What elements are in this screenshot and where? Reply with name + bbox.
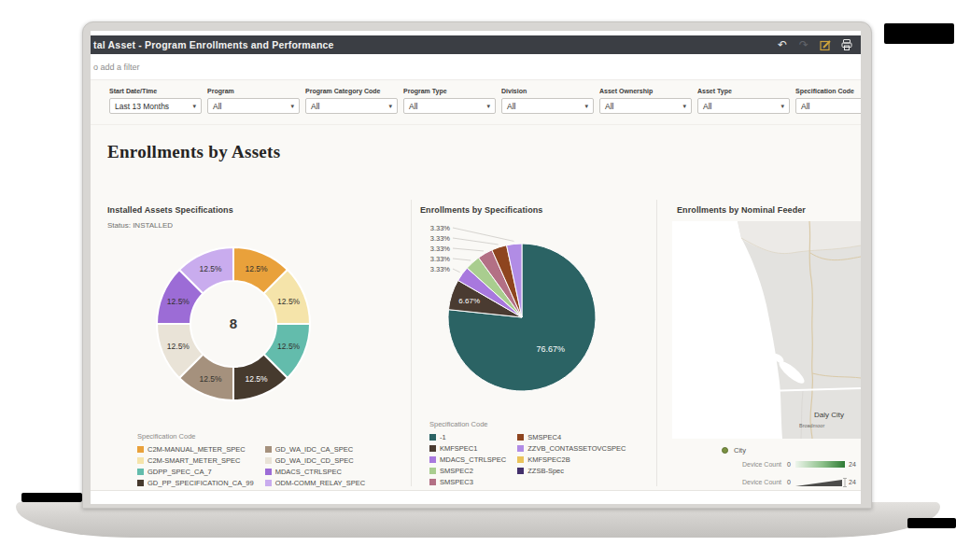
- value-label: 8: [230, 315, 237, 331]
- dashboard-content: Start Date/TimeLast 13 Months▾ProgramAll…: [91, 80, 861, 490]
- scale-min: 0: [787, 461, 791, 468]
- legend-item[interactable]: KMFSPEC1: [429, 442, 506, 454]
- filter-1: ProgramAll▾: [207, 88, 300, 114]
- legend-item[interactable]: C2M-MANUAL_METER_SPEC: [137, 443, 254, 455]
- decoration-block: [21, 493, 82, 502]
- legend-item[interactable]: -1: [429, 431, 506, 442]
- filter-select[interactable]: Last 13 Months▾: [109, 98, 202, 114]
- value-label: 12.5%: [199, 374, 222, 384]
- add-filter-bar[interactable]: o add a filter: [91, 54, 861, 80]
- legend-item[interactable]: ODM-COMM_RELAY_SPEC: [265, 477, 366, 488]
- legend-label: KMFSPEC1: [440, 444, 477, 453]
- laptop-mockup: tal Asset - Program Enrollments and Perf…: [0, 0, 956, 560]
- filter-value: All: [409, 102, 417, 111]
- device-count-label: Device Count: [742, 479, 781, 485]
- legend-swatch: [137, 457, 144, 464]
- legend-label: ZZSB-Spec: [527, 467, 564, 475]
- filter-label: Asset Type: [697, 88, 790, 94]
- scale-max: 24: [849, 479, 856, 485]
- legend-item[interactable]: ZZSB-Spec: [517, 465, 626, 476]
- filter-select[interactable]: All▾: [403, 98, 496, 114]
- legend-label: C2M-SMART_METER_SPEC: [148, 456, 240, 465]
- city-label: City: [734, 446, 746, 455]
- filter-4: DivisionAll▾: [501, 88, 594, 114]
- chart-subtitle-status: Status: INSTALLED: [107, 221, 173, 230]
- legend-swatch: [517, 468, 524, 474]
- filter-label: Program Type: [403, 88, 496, 94]
- legend-swatch: [137, 480, 144, 486]
- legend-item[interactable]: GD_WA_IDC_CA_SPEC: [265, 443, 366, 455]
- undo-icon[interactable]: ↶: [776, 38, 789, 51]
- window-title: tal Asset - Program Enrollments and Perf…: [91, 39, 334, 50]
- chevron-down-icon: ▾: [682, 103, 686, 110]
- legend-item[interactable]: GDPP_SPEC_CA_7: [137, 466, 254, 477]
- value-label: 3.33%: [430, 224, 451, 232]
- legend-item[interactable]: ZZVB_CONTASSETOVCSPEC: [517, 442, 626, 454]
- map-legend-category[interactable]: City: [722, 446, 858, 455]
- map-legend: City Device Count 0 24 Device Count 0: [722, 446, 858, 490]
- legend-label: KMFSPEC2B: [527, 455, 569, 464]
- chevron-down-icon: ▾: [486, 103, 490, 110]
- filter-6: Asset TypeAll▾: [697, 88, 790, 114]
- feeder-map[interactable]: Daly City Broadmoor: [672, 221, 861, 439]
- leader-line: [453, 238, 499, 245]
- edit-icon[interactable]: [819, 38, 832, 51]
- legend-title: Specification Code: [137, 432, 196, 441]
- filter-select[interactable]: All▾: [599, 98, 692, 114]
- legend-item[interactable]: KMFSPEC2B: [517, 454, 626, 465]
- filter-select[interactable]: All▾: [697, 98, 790, 114]
- filter-select[interactable]: All▾: [501, 98, 594, 114]
- filter-value: All: [703, 102, 711, 111]
- donut-legend: C2M-MANUAL_METER_SPECC2M-SMART_METER_SPE…: [137, 443, 365, 488]
- legend-item[interactable]: SMSPEC2: [429, 465, 506, 476]
- filter-select[interactable]: All▾: [795, 98, 861, 114]
- legend-label: ZZVB_CONTASSETOVCSPEC: [527, 444, 626, 453]
- print-icon[interactable]: [840, 38, 853, 51]
- legend-item[interactable]: MDACS_CTRLSPEC: [265, 466, 366, 477]
- legend-label: GDPP_SPEC_CA_7: [148, 468, 212, 476]
- dashboard-screen: tal Asset - Program Enrollments and Perf…: [91, 31, 861, 504]
- chart-title-installed-assets: Installed Assets Specifications: [107, 205, 233, 215]
- title-bar: tal Asset - Program Enrollments and Perf…: [91, 35, 861, 54]
- legend-swatch: [265, 457, 272, 464]
- legend-item[interactable]: SMSPEC4: [517, 431, 626, 442]
- scale-min: 0: [787, 479, 791, 485]
- legend-item[interactable]: SMSPEC3: [429, 476, 506, 487]
- chevron-down-icon: ▾: [584, 103, 588, 110]
- legend-swatch: [137, 469, 144, 475]
- leader-line: [453, 269, 460, 273]
- filter-select[interactable]: All▾: [305, 98, 398, 114]
- filter-label: Start Date/Time: [109, 88, 202, 94]
- footer-strip: [91, 490, 861, 504]
- size-ramp-wedge: [794, 477, 848, 490]
- filter-row: Start Date/TimeLast 13 Months▾ProgramAll…: [109, 88, 861, 114]
- legend-item[interactable]: C2M-SMART_METER_SPEC: [137, 455, 254, 466]
- chevron-down-icon: ▾: [780, 103, 784, 110]
- value-label: 3.33%: [430, 245, 451, 253]
- value-label: 3.33%: [430, 234, 451, 243]
- chevron-down-icon: ▾: [192, 103, 196, 110]
- legend-item[interactable]: MDACS_CTRLSPEC: [429, 454, 506, 465]
- filter-label: Division: [501, 88, 594, 94]
- legend-label: GD_PP_SPECIFICATION_CA_99: [148, 479, 254, 487]
- filter-label: Specification Code: [795, 88, 861, 94]
- legend-label: MDACS_CTRLSPEC: [275, 468, 342, 476]
- legend-label: C2M-MANUAL_METER_SPEC: [148, 445, 246, 454]
- legend-label: -1: [440, 433, 446, 441]
- pie-chart[interactable]: 76.67%6.67%3.33%3.33%3.33%3.33%3.33%: [408, 209, 658, 428]
- legend-label: SMSPEC3: [440, 478, 473, 486]
- filter-5: Asset OwnershipAll▾: [599, 88, 692, 114]
- legend-item[interactable]: GD_PP_SPECIFICATION_CA_99: [137, 477, 254, 488]
- decoration-block: [907, 518, 956, 528]
- filter-label: Asset Ownership: [599, 88, 692, 94]
- page-title: Enrollments by Assets: [107, 142, 280, 162]
- filter-select[interactable]: All▾: [207, 98, 300, 114]
- redo-icon[interactable]: ↷: [797, 38, 810, 51]
- legend-label: GD_WA_IDC_CA_SPEC: [275, 445, 354, 454]
- map-label-town: Broadmoor: [799, 423, 824, 428]
- donut-chart[interactable]: 12.5%12.5%12.5%12.5%12.5%12.5%12.5%12.5%…: [151, 242, 319, 410]
- map-label-city: Daly City: [814, 411, 844, 419]
- value-label: 12.5%: [199, 264, 222, 273]
- legend-item[interactable]: GD_WA_IDC_CD_SPEC: [265, 455, 366, 466]
- filter-value: All: [311, 102, 319, 111]
